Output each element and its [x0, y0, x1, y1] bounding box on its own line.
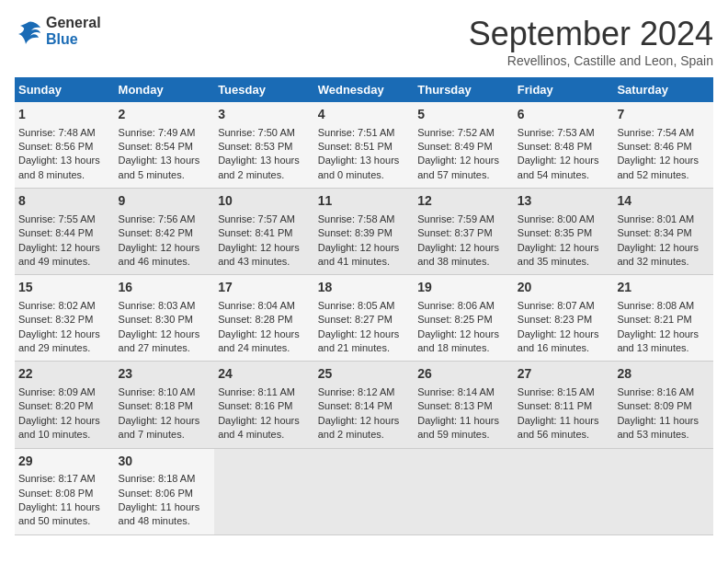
daylight-label: Daylight: 13 hours and 8 minutes. — [18, 155, 100, 179]
daylight-label: Daylight: 12 hours and 27 minutes. — [119, 328, 200, 353]
sunrise-label: Sunrise: 8:08 AM — [617, 300, 694, 311]
calendar-cell: 8Sunrise: 7:55 AMSunset: 8:44 PMDaylight… — [15, 189, 115, 275]
sunset-label: Sunset: 8:23 PM — [518, 314, 592, 325]
calendar-cell: 2Sunrise: 7:49 AMSunset: 8:54 PMDaylight… — [115, 102, 215, 189]
day-number: 30 — [119, 453, 211, 471]
sunrise-label: Sunrise: 8:15 AM — [518, 386, 595, 397]
sunset-label: Sunset: 8:48 PM — [518, 141, 592, 152]
day-number: 24 — [218, 365, 311, 384]
daylight-label: Daylight: 12 hours and 41 minutes. — [318, 242, 400, 267]
calendar-cell: 26Sunrise: 8:14 AMSunset: 8:13 PMDayligh… — [414, 362, 514, 448]
daylight-label: Daylight: 11 hours and 48 minutes. — [119, 501, 200, 526]
sunset-label: Sunset: 8:08 PM — [18, 488, 93, 499]
sunrise-label: Sunrise: 7:58 AM — [318, 213, 395, 224]
daylight-label: Daylight: 12 hours and 49 minutes. — [18, 242, 100, 267]
sunset-label: Sunset: 8:27 PM — [318, 314, 392, 325]
sunrise-label: Sunrise: 8:00 AM — [518, 213, 595, 224]
daylight-label: Daylight: 12 hours and 24 minutes. — [218, 328, 300, 353]
sunset-label: Sunset: 8:46 PM — [617, 141, 691, 152]
day-number: 1 — [18, 106, 111, 124]
sunrise-label: Sunrise: 8:17 AM — [18, 473, 96, 484]
sunrise-label: Sunrise: 7:55 AM — [18, 213, 96, 224]
daylight-label: Daylight: 12 hours and 29 minutes. — [18, 328, 100, 353]
day-number: 25 — [318, 365, 411, 384]
sunset-label: Sunset: 8:06 PM — [119, 488, 193, 499]
daylight-label: Daylight: 13 hours and 0 minutes. — [318, 155, 400, 179]
sunset-label: Sunset: 8:16 PM — [218, 400, 292, 411]
daylight-label: Daylight: 12 hours and 46 minutes. — [119, 242, 200, 267]
calendar-cell: 9Sunrise: 7:56 AMSunset: 8:42 PMDaylight… — [115, 189, 215, 275]
daylight-label: Daylight: 12 hours and 13 minutes. — [617, 328, 699, 353]
day-number: 29 — [18, 453, 111, 471]
daylight-label: Daylight: 12 hours and 18 minutes. — [417, 328, 499, 353]
sunset-label: Sunset: 8:20 PM — [18, 400, 93, 411]
sunrise-label: Sunrise: 7:57 AM — [218, 213, 295, 224]
calendar-cell: 22Sunrise: 8:09 AMSunset: 8:20 PMDayligh… — [15, 362, 115, 448]
calendar-cell: 24Sunrise: 8:11 AMSunset: 8:16 PMDayligh… — [214, 362, 314, 448]
daylight-label: Daylight: 12 hours and 54 minutes. — [518, 155, 599, 179]
daylight-label: Daylight: 12 hours and 21 minutes. — [318, 328, 400, 353]
calendar-cell: 6Sunrise: 7:53 AMSunset: 8:48 PMDaylight… — [514, 102, 614, 189]
day-number: 21 — [617, 279, 710, 297]
week-row-3: 15Sunrise: 8:02 AMSunset: 8:32 PMDayligh… — [15, 275, 713, 362]
daylight-label: Daylight: 11 hours and 53 minutes. — [617, 415, 699, 440]
calendar-cell: 23Sunrise: 8:10 AMSunset: 8:18 PMDayligh… — [115, 362, 215, 448]
daylight-label: Daylight: 12 hours and 32 minutes. — [617, 242, 699, 267]
sunset-label: Sunset: 8:30 PM — [119, 314, 193, 325]
calendar-cell: 20Sunrise: 8:07 AMSunset: 8:23 PMDayligh… — [514, 275, 614, 362]
day-number: 19 — [417, 279, 510, 297]
sunrise-label: Sunrise: 8:02 AM — [18, 300, 96, 311]
sunrise-label: Sunrise: 8:14 AM — [417, 386, 495, 397]
calendar-cell: 27Sunrise: 8:15 AMSunset: 8:11 PMDayligh… — [514, 362, 614, 448]
sunrise-label: Sunrise: 8:04 AM — [218, 300, 295, 311]
daylight-label: Daylight: 11 hours and 59 minutes. — [417, 415, 499, 440]
sunrise-label: Sunrise: 7:52 AM — [417, 127, 495, 138]
calendar-table: SundayMondayTuesdayWednesdayThursdayFrid… — [15, 77, 713, 535]
day-number: 15 — [18, 279, 111, 297]
page-header: General Blue September 2024 Revellinos, … — [15, 15, 713, 68]
sunset-label: Sunset: 8:42 PM — [119, 227, 193, 238]
day-number: 6 — [518, 106, 610, 124]
sunset-label: Sunset: 8:18 PM — [119, 400, 193, 411]
sunset-label: Sunset: 8:25 PM — [417, 314, 492, 325]
week-row-1: 1Sunrise: 7:48 AMSunset: 8:56 PMDaylight… — [15, 102, 713, 189]
calendar-cell: 17Sunrise: 8:04 AMSunset: 8:28 PMDayligh… — [214, 275, 314, 362]
day-number: 4 — [318, 106, 411, 124]
day-number: 28 — [617, 365, 710, 384]
sunset-label: Sunset: 8:21 PM — [617, 314, 691, 325]
calendar-cell: 4Sunrise: 7:51 AMSunset: 8:51 PMDaylight… — [314, 102, 415, 189]
calendar-cell: 10Sunrise: 7:57 AMSunset: 8:41 PMDayligh… — [214, 189, 314, 275]
sunset-label: Sunset: 8:49 PM — [417, 141, 492, 152]
sunrise-label: Sunrise: 8:10 AM — [119, 386, 196, 397]
day-number: 9 — [119, 192, 211, 211]
day-number: 3 — [218, 106, 311, 124]
day-header-tuesday: Tuesday — [214, 77, 314, 102]
logo: General Blue — [15, 15, 101, 48]
day-number: 7 — [617, 106, 710, 124]
calendar-cell: 14Sunrise: 8:01 AMSunset: 8:34 PMDayligh… — [613, 189, 713, 275]
calendar-cell: 12Sunrise: 7:59 AMSunset: 8:37 PMDayligh… — [414, 189, 514, 275]
day-number: 17 — [218, 279, 311, 297]
sunrise-label: Sunrise: 7:54 AM — [617, 127, 694, 138]
daylight-label: Daylight: 12 hours and 2 minutes. — [318, 415, 400, 440]
sunset-label: Sunset: 8:39 PM — [318, 227, 392, 238]
day-number: 26 — [417, 365, 510, 384]
sunset-label: Sunset: 8:32 PM — [18, 314, 93, 325]
sunrise-label: Sunrise: 8:05 AM — [318, 300, 395, 311]
calendar-cell — [414, 448, 514, 534]
calendar-cell: 19Sunrise: 8:06 AMSunset: 8:25 PMDayligh… — [414, 275, 514, 362]
header-row: SundayMondayTuesdayWednesdayThursdayFrid… — [15, 77, 713, 102]
daylight-label: Daylight: 13 hours and 5 minutes. — [119, 155, 200, 179]
title-section: September 2024 Revellinos, Castille and … — [469, 15, 713, 68]
sunset-label: Sunset: 8:11 PM — [518, 400, 592, 411]
sunrise-label: Sunrise: 8:03 AM — [119, 300, 196, 311]
sunrise-label: Sunrise: 7:59 AM — [417, 213, 495, 224]
week-row-5: 29Sunrise: 8:17 AMSunset: 8:08 PMDayligh… — [15, 448, 713, 534]
day-header-wednesday: Wednesday — [314, 77, 415, 102]
day-number: 11 — [318, 192, 411, 211]
calendar-cell: 7Sunrise: 7:54 AMSunset: 8:46 PMDaylight… — [613, 102, 713, 189]
sunrise-label: Sunrise: 8:11 AM — [218, 386, 295, 397]
calendar-cell: 3Sunrise: 7:50 AMSunset: 8:53 PMDaylight… — [214, 102, 314, 189]
daylight-label: Daylight: 12 hours and 52 minutes. — [617, 155, 699, 179]
sunset-label: Sunset: 8:44 PM — [18, 227, 93, 238]
